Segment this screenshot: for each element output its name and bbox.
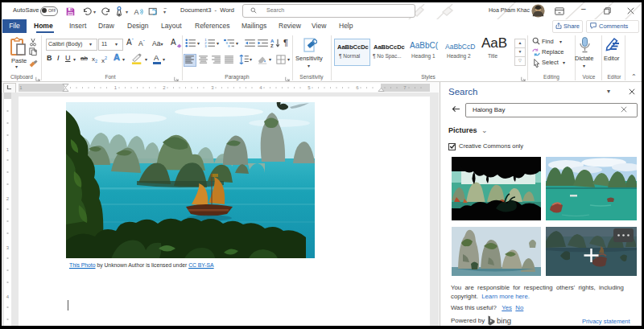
svg-text:3: 3 — [204, 44, 207, 47]
svg-text:1: 1 — [6, 147, 10, 152]
svg-text:A: A — [134, 8, 139, 16]
svg-text:A: A — [270, 39, 275, 43]
svg-text:Z: Z — [270, 43, 274, 48]
svg-text:3: 3 — [6, 245, 10, 250]
svg-text:4: 4 — [6, 294, 10, 299]
svg-text:2: 2 — [6, 196, 10, 201]
